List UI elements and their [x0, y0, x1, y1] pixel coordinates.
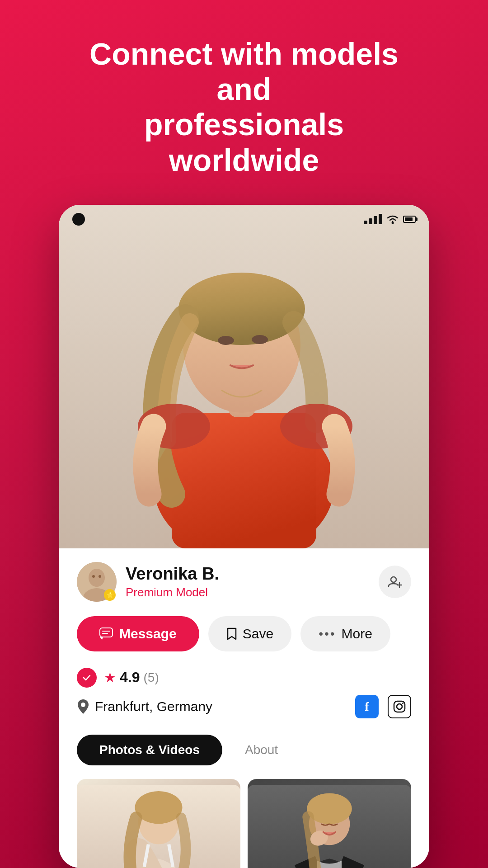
status-icons [364, 214, 416, 224]
svg-point-13 [89, 569, 105, 587]
facebook-icon[interactable]: f [355, 695, 379, 718]
tab-photos-videos[interactable]: Photos & Videos [77, 735, 222, 765]
grid-photo-2[interactable] [248, 779, 411, 868]
profile-left: ⭐ Veronika B. Premium Model [77, 562, 219, 602]
profile-info: Veronika B. Premium Model [126, 564, 219, 599]
grid-photo-image-2 [248, 779, 411, 868]
bookmark-icon [226, 627, 237, 640]
social-icons: f [355, 695, 411, 718]
tabs-row: Photos & Videos About [77, 735, 411, 765]
app-headline: Connect with models and professionals wo… [41, 0, 447, 205]
grid-photo-image-1 [77, 779, 240, 868]
profile-photo-area [59, 205, 429, 548]
location-pin-icon [77, 698, 89, 715]
svg-point-26 [402, 703, 404, 704]
add-friend-button[interactable] [379, 566, 411, 598]
grid-photo-1[interactable] [77, 779, 240, 868]
rating-row: ★ 4.9 (5) [77, 668, 411, 688]
location-row: Frankfurt, Germany f [77, 695, 411, 718]
save-button[interactable]: Save [208, 616, 291, 651]
star-icon: ★ [104, 670, 116, 685]
svg-point-17 [391, 577, 396, 582]
svg-point-16 [99, 575, 101, 578]
signal-icon [364, 214, 382, 224]
profile-badge-label: Premium Model [126, 585, 219, 599]
svg-point-7 [178, 273, 305, 345]
instagram-icon[interactable] [388, 695, 411, 718]
profile-row: ⭐ Veronika B. Premium Model [77, 562, 411, 602]
more-dots-icon: ••• [319, 627, 336, 641]
model-illustration [59, 205, 429, 548]
more-button[interactable]: ••• More [300, 616, 390, 651]
location-left: Frankfurt, Germany [77, 698, 212, 715]
action-buttons: Message Save ••• More [77, 616, 411, 651]
photo-grid [77, 779, 411, 868]
svg-point-9 [252, 335, 268, 344]
star-rating: ★ 4.9 (5) [104, 669, 159, 686]
status-bar [59, 213, 429, 226]
camera-dot [72, 213, 85, 226]
verified-icon [77, 668, 97, 688]
svg-point-0 [392, 222, 394, 224]
message-icon [99, 627, 113, 640]
svg-point-8 [218, 336, 234, 345]
wifi-icon [386, 214, 399, 224]
card-content: ⭐ Veronika B. Premium Model [59, 548, 429, 868]
instagram-symbol [393, 700, 406, 713]
add-person-icon [388, 575, 402, 589]
profile-name: Veronika B. [126, 564, 219, 584]
svg-rect-20 [100, 628, 113, 637]
phone-card: ⭐ Veronika B. Premium Model [59, 205, 429, 868]
model-photo [59, 205, 429, 548]
svg-point-23 [81, 703, 85, 707]
svg-point-25 [397, 704, 402, 709]
tab-about[interactable]: About [227, 735, 296, 765]
checkmark-icon [82, 673, 92, 683]
avatar-wrap: ⭐ [77, 562, 117, 602]
message-button[interactable]: Message [77, 616, 199, 651]
svg-point-15 [92, 575, 95, 578]
battery-icon [403, 216, 416, 223]
premium-star-badge: ⭐ [104, 589, 116, 601]
location-text: Frankfurt, Germany [95, 699, 212, 714]
